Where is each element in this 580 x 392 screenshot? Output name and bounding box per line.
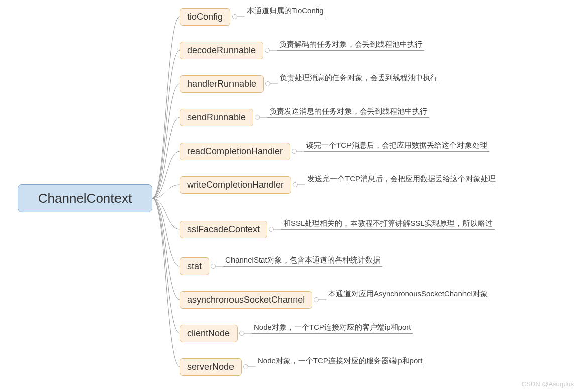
child-desc: 读完一个TCP消息后，会把应用数据丢给这个对象处理 <box>306 140 487 150</box>
child-label: writeCompletionHandler <box>187 180 284 190</box>
child-desc: 负责解码的任务对象，会丢到线程池中执行 <box>279 39 422 49</box>
child-label: handlerRunnable <box>187 79 256 89</box>
child-node-sendRunnable: sendRunnable <box>180 109 253 126</box>
leaf-underline <box>278 84 440 84</box>
leaf-underline <box>326 300 490 300</box>
leaf-underline <box>256 367 424 367</box>
leaf-underline <box>252 333 413 334</box>
root-label: ChannelContext <box>38 191 132 206</box>
child-node-asynchronousSocketChannel: asynchronousSocketChannel <box>180 291 312 309</box>
child-label: readCompletionHandler <box>187 146 283 156</box>
child-desc: 负责发送消息的任务对象，会丢到线程池中执行 <box>269 106 427 116</box>
child-node-writeCompletionHandler: writeCompletionHandler <box>180 176 291 194</box>
watermark: CSDN @Asurplus <box>522 380 574 388</box>
child-node-serverNode: serverNode <box>180 358 242 376</box>
child-label: clientNode <box>187 328 230 338</box>
expand-dot <box>232 14 237 19</box>
child-desc: Node对象，一个TCP连接对应的服务器端ip和port <box>258 355 422 366</box>
expand-dot <box>265 81 270 86</box>
child-node-decodeRunnable: decodeRunnable <box>180 42 263 59</box>
leaf-underline <box>223 266 382 267</box>
child-desc: 发送完一个TCP消息后，会把应用数据丢给这个对象处理 <box>307 173 496 184</box>
child-desc: 和SSL处理相关的，本教程不打算讲解SSL实现原理，所以略过 <box>283 218 493 228</box>
child-node-handlerRunnable: handlerRunnable <box>180 75 264 93</box>
child-desc: 本通道归属的TioConfig <box>247 5 324 16</box>
expand-dot <box>211 264 216 269</box>
expand-dot <box>239 331 244 336</box>
child-node-sslFacadeContext: sslFacadeContext <box>180 221 267 238</box>
child-node-tioConfig: tioConfig <box>180 8 230 26</box>
child-label: sslFacadeContext <box>187 224 260 234</box>
leaf-underline <box>304 151 489 152</box>
expand-dot <box>314 297 319 302</box>
child-desc: Node对象，一个TCP连接对应的客户端ip和port <box>254 322 411 332</box>
expand-dot <box>269 227 274 232</box>
child-desc: 负责处理消息的任务对象，会丢到线程池中执行 <box>280 72 438 83</box>
expand-dot <box>243 364 248 369</box>
expand-dot <box>292 149 297 154</box>
expand-dot <box>293 182 298 187</box>
expand-dot <box>265 48 270 53</box>
child-label: sendRunnable <box>187 112 246 122</box>
child-label: tioConfig <box>187 12 223 22</box>
leaf-underline <box>305 185 498 185</box>
child-label: asynchronousSocketChannel <box>187 295 305 305</box>
child-node-stat: stat <box>180 257 209 275</box>
leaf-underline <box>245 17 326 17</box>
child-desc: 本通道对应用AsynchronousSocketChannel对象 <box>328 288 488 299</box>
child-label: serverNode <box>187 362 234 372</box>
leaf-underline <box>267 117 429 118</box>
child-desc: ChannelStat对象，包含本通道的各种统计数据 <box>225 254 380 265</box>
leaf-underline <box>277 50 424 51</box>
child-label: decodeRunnable <box>187 45 256 55</box>
leaf-underline <box>281 229 495 230</box>
child-node-clientNode: clientNode <box>180 325 238 342</box>
child-label: stat <box>187 261 202 271</box>
expand-dot <box>255 115 260 120</box>
child-node-readCompletionHandler: readCompletionHandler <box>180 143 290 160</box>
root-node: ChannelContext <box>18 184 152 212</box>
